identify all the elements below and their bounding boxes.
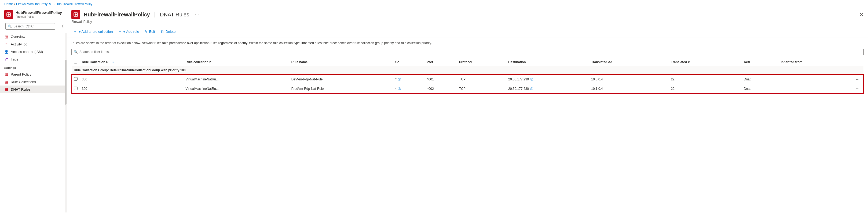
row-1-destination: 20.50.177.230 ⓘ	[506, 75, 589, 84]
sidebar-item-tags[interactable]: 🏷 Tags	[0, 55, 65, 63]
row-2-destination: 20.50.177.230 ⓘ	[506, 84, 589, 94]
breadcrumb: Home › FirewallWithDnsProxyRG › HubFirew…	[0, 0, 868, 8]
select-all-checkbox[interactable]	[74, 60, 77, 63]
col-destination[interactable]: Destination	[506, 58, 589, 66]
col-protocol-label: Protocol	[459, 60, 472, 64]
sidebar-item-activity-log[interactable]: ≡ Activity log	[0, 41, 65, 48]
col-port[interactable]: Port	[425, 58, 457, 66]
col-action-label: Acti...	[744, 60, 753, 64]
row-2-protocol: TCP	[457, 84, 506, 94]
edit-label: Edit	[149, 30, 155, 34]
row-2-dest-info-icon: ⓘ	[530, 87, 533, 90]
row-2-checkbox[interactable]	[74, 87, 78, 90]
col-rule-collection-priority[interactable]: Rule Collection P... ↑↓	[80, 58, 184, 66]
col-action[interactable]: Acti...	[742, 58, 779, 66]
sidebar-activity-label: Activity log	[11, 42, 27, 46]
row-2-priority: 300	[80, 84, 184, 94]
add-rule-icon: ＋	[118, 29, 122, 34]
row-1-source: * ⓘ	[393, 75, 425, 84]
sidebar-item-rule-collections[interactable]: ▦ Rule Collections	[0, 78, 65, 85]
breadcrumb-home[interactable]: Home	[4, 2, 13, 6]
table-row: 300 VirtualMachineNatRu... DevVm-Rdp-Nat…	[72, 75, 863, 84]
row-1-inherited-from	[779, 75, 852, 84]
delete-button[interactable]: 🗑 Delete	[158, 28, 178, 35]
breadcrumb-sep-1: ›	[14, 2, 15, 6]
row-1-checkbox[interactable]	[74, 77, 78, 81]
col-destination-label: Destination	[508, 60, 526, 64]
col-inherited-from[interactable]: Inherited from	[779, 58, 852, 66]
sidebar-item-dnat-rules[interactable]: ▦ DNAT Rules	[0, 85, 65, 93]
close-button[interactable]: ✕	[859, 11, 864, 18]
dnat-rules-icon: ▦	[4, 87, 8, 91]
col-translated-port[interactable]: Translated P...	[669, 58, 741, 66]
row-2-translated-port: 22	[669, 84, 741, 94]
row-2-translated-address: 10.1.0.4	[589, 84, 669, 94]
col-source[interactable]: So...	[393, 58, 425, 66]
row-1-port: 4001	[425, 75, 457, 84]
add-rule-label: + Add rule	[123, 30, 139, 34]
sidebar-rule-collections-label: Rule Collections	[11, 80, 36, 84]
row-1-dest-info-icon: ⓘ	[530, 78, 533, 81]
add-rule-collection-button[interactable]: ＋ + Add a rule collection	[71, 28, 115, 35]
sidebar-search-input[interactable]	[13, 25, 53, 28]
breadcrumb-policy[interactable]: HubFirewallFirewallPolicy	[56, 2, 92, 6]
add-collection-label: + Add a rule collection	[79, 30, 113, 34]
col-protocol[interactable]: Protocol	[457, 58, 506, 66]
row-1-action: Dnat	[742, 75, 779, 84]
group-label: Rule Collection Group: DefaultDnatRuleCo…	[74, 68, 186, 72]
col-rule-collection-name[interactable]: Rule collection n...	[184, 58, 289, 66]
breadcrumb-rg[interactable]: FirewallWithDnsProxyRG	[16, 2, 52, 6]
sidebar-resource-type: Firewall Policy	[16, 15, 62, 18]
sidebar-parent-policy-label: Parent Policy	[11, 72, 31, 76]
col-translated-address[interactable]: Translated Ad...	[589, 58, 669, 66]
col-inherited-label: Inherited from	[781, 60, 803, 64]
row-2-more-button[interactable]: ···	[854, 86, 861, 92]
row-1-source-info-icon: ⓘ	[398, 78, 401, 81]
row-2-port: 4002	[425, 84, 457, 94]
parent-policy-icon: ▦	[4, 72, 8, 76]
col-collection-name-label: Rule collection n...	[186, 60, 214, 64]
add-collection-icon: ＋	[73, 29, 77, 34]
col-rule-name[interactable]: Rule name	[289, 58, 393, 66]
sidebar-overview-label: Overview	[11, 35, 25, 39]
overview-icon: ▦	[4, 34, 8, 39]
page-header-icon	[71, 10, 80, 19]
access-control-icon: 👤	[4, 50, 8, 54]
resource-icon	[4, 10, 13, 19]
sidebar-item-access-control[interactable]: 👤 Access control (IAM)	[0, 48, 65, 55]
select-all-header[interactable]	[72, 58, 80, 66]
row-1-priority: 300	[80, 75, 184, 84]
col-port-label: Port	[427, 60, 433, 64]
row-1-collection-name: VirtualMachineNatRu...	[184, 75, 289, 84]
breadcrumb-sep-2: ›	[53, 2, 55, 6]
edit-icon: ✎	[144, 30, 147, 34]
more-options-button[interactable]: ···	[193, 11, 200, 18]
info-text: Rules are shown in the order of executio…	[71, 41, 864, 46]
sidebar-dnat-rules-label: DNAT Rules	[11, 87, 31, 91]
edit-button[interactable]: ✎ Edit	[142, 28, 157, 35]
search-icon: 🔍	[8, 25, 12, 28]
filter-icon: 🔍	[74, 50, 78, 54]
collapse-sidebar-button[interactable]: 《	[59, 23, 65, 30]
row-2-source: * ⓘ	[393, 84, 425, 94]
sidebar-access-label: Access control (IAM)	[11, 50, 43, 54]
col-source-label: So...	[395, 60, 402, 64]
row-2-inherited-from	[779, 84, 852, 94]
add-rule-button[interactable]: ＋ + Add rule	[116, 28, 142, 35]
filter-input[interactable]	[80, 50, 861, 54]
activity-log-icon: ≡	[4, 42, 8, 46]
col-translated-port-label: Translated P...	[671, 60, 692, 64]
delete-label: Delete	[165, 30, 176, 34]
row-1-more-button[interactable]: ···	[854, 76, 861, 82]
settings-section-label: Settings	[0, 63, 65, 71]
col-priority-label: Rule Collection P...	[82, 60, 111, 64]
page-subtitle: DNAT Rules	[160, 11, 189, 18]
sidebar-item-parent-policy[interactable]: ▦ Parent Policy	[0, 71, 65, 78]
sidebar-item-overview[interactable]: ▦ Overview	[0, 33, 65, 41]
row-2-collection-name: VirtualMachineNatRu...	[184, 84, 289, 94]
row-1-protocol: TCP	[457, 75, 506, 84]
table-row: 300 VirtualMachineNatRu... ProdVm-Rdp-Na…	[72, 84, 863, 94]
delete-icon: 🗑	[160, 30, 164, 34]
sort-icon: ↑↓	[111, 61, 114, 64]
page-title: HubFirewallFirewallPolicy	[84, 11, 150, 18]
